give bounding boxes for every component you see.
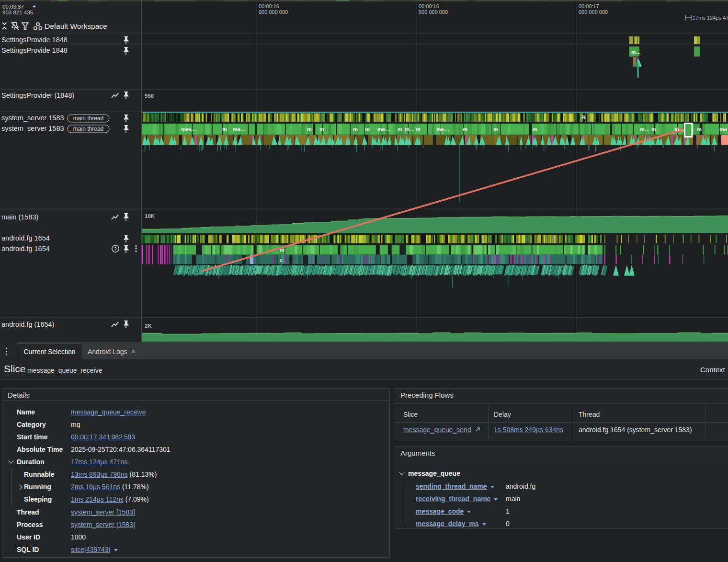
svg-text:m…: m…: [674, 126, 684, 132]
svg-text:me: me: [719, 126, 727, 132]
svg-text:903 821 435: 903 821 435: [2, 10, 33, 15]
svg-text:me…: me…: [436, 126, 449, 132]
svg-text:00:00:17: 00:00:17: [579, 3, 599, 9]
svg-text:system_server 1583: system_server 1583: [1, 125, 64, 132]
svg-text:m: m: [319, 126, 324, 132]
svg-text:00:00:16: 00:00:16: [419, 3, 439, 9]
svg-text:SettingsProvide 1848: SettingsProvide 1848: [1, 46, 68, 54]
svg-text:m: m: [416, 126, 421, 132]
svg-text:m…: m…: [405, 126, 415, 132]
svg-text:c: c: [280, 257, 283, 263]
svg-text:android.fg 1654: android.fg 1654: [1, 245, 50, 252]
svg-text:550: 550: [145, 93, 154, 99]
svg-text:main thread: main thread: [73, 115, 103, 122]
svg-text:m: m: [398, 126, 402, 132]
svg-text:android.fg (1654): android.fg (1654): [1, 321, 54, 328]
svg-text:main (1583): main (1583): [1, 213, 38, 221]
svg-text:me…: me…: [233, 126, 246, 132]
svg-text:17ms 124µs 471: 17ms 124µs 471: [693, 15, 728, 21]
svg-text:m…: m…: [631, 49, 641, 55]
svg-text:?: ?: [114, 246, 117, 252]
svg-text:main thread: main thread: [73, 126, 103, 132]
svg-text:m: m: [533, 126, 537, 132]
svg-text:500 000 000: 500 000 000: [419, 9, 448, 15]
svg-text:2K: 2K: [145, 323, 152, 329]
svg-text:m: m: [651, 126, 656, 132]
svg-text:android.fg 1654: android.fg 1654: [1, 234, 50, 242]
svg-text:m: m: [353, 126, 358, 132]
svg-text:Default Workspace: Default Workspace: [45, 22, 107, 30]
svg-text:mes…: mes…: [181, 126, 197, 132]
svg-text:m: m: [493, 126, 498, 132]
svg-text:m: m: [280, 247, 284, 253]
svg-text:m: m: [222, 126, 227, 132]
svg-text:00:03:37: 00:03:37: [2, 4, 24, 10]
svg-text:00:00:16: 00:00:16: [259, 3, 279, 9]
svg-text:m: m: [307, 126, 312, 132]
svg-text:me…: me…: [377, 126, 390, 132]
svg-text:system_server 1583: system_server 1583: [1, 114, 64, 122]
svg-text:R: R: [582, 115, 586, 120]
svg-text:SettingsProvide 1848: SettingsProvide 1848: [1, 36, 68, 44]
svg-text:000 000 000: 000 000 000: [579, 9, 608, 15]
svg-text:+: +: [33, 3, 35, 9]
svg-text:m…: m…: [640, 126, 650, 132]
svg-text:000 000 000: 000 000 000: [259, 9, 288, 15]
svg-text:SettingsProvider (1848): SettingsProvider (1848): [1, 92, 74, 99]
svg-text:10K: 10K: [145, 213, 155, 219]
svg-text:m: m: [463, 126, 467, 132]
svg-text:m: m: [365, 126, 370, 132]
svg-text:m: m: [697, 126, 702, 132]
